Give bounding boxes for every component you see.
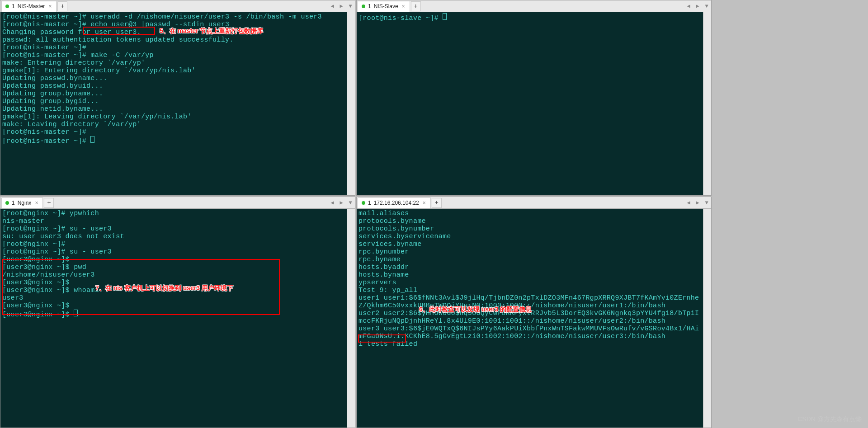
tab-index: 1	[12, 3, 15, 9]
tab-nis-master[interactable]: 1 NIS-Master ×	[1, 1, 57, 12]
tab-index: 1	[368, 3, 371, 9]
pane-nis-slave: 1 NIS-Slave × + ◀ ▶ ▼ [root@nis-slave ~]…	[356, 0, 712, 196]
add-tab-button[interactable]: +	[57, 1, 67, 11]
scrollbar[interactable]	[347, 12, 355, 195]
dropdown-icon[interactable]: ▼	[346, 200, 355, 206]
next-tab-icon[interactable]: ▶	[693, 199, 702, 206]
tab-nginx[interactable]: 1 Nginx ×	[1, 198, 43, 208]
add-tab-button[interactable]: +	[432, 198, 442, 208]
scrollbar[interactable]	[347, 209, 355, 428]
scrollbar[interactable]	[703, 12, 711, 195]
terminal-output[interactable]: [root@nis-slave ~]#	[357, 12, 703, 195]
pane-nginx: 1 Nginx × + ◀ ▶ ▼ [root@nginx ~]# ypwhic…	[0, 197, 355, 428]
prev-tab-icon[interactable]: ◀	[684, 3, 693, 9]
tab-nis-slave[interactable]: 1 NIS-Slave ×	[358, 1, 410, 12]
tabbar: 1 NIS-Slave × + ◀ ▶ ▼	[357, 0, 711, 12]
prev-tab-icon[interactable]: ◀	[328, 199, 337, 206]
pane-nis-master: 1 NIS-Master × + ◀ ▶ ▼ [root@nis-master …	[0, 0, 355, 196]
terminal-output[interactable]: mail.aliasesprotocols.bynameprotocols.by…	[357, 209, 703, 428]
tab-title: 172.16.206.104:22	[374, 200, 419, 206]
scrollbar[interactable]	[703, 209, 711, 428]
pane-ip: 1 172.16.206.104:22 × + ◀ ▶ ▼ mail.alias…	[356, 197, 712, 428]
status-dot-icon	[362, 201, 365, 205]
watermark: CSDN @方先森有点懒	[797, 415, 862, 423]
tabbar: 1 Nginx × + ◀ ▶ ▼	[0, 197, 355, 209]
tab-index: 1	[368, 200, 371, 206]
status-dot-icon	[5, 201, 9, 205]
status-dot-icon	[5, 5, 9, 8]
dropdown-icon[interactable]: ▼	[346, 3, 355, 9]
dropdown-icon[interactable]: ▼	[702, 200, 711, 206]
tab-title: Nginx	[18, 200, 32, 206]
close-icon[interactable]: ×	[401, 3, 406, 9]
tab-title: NIS-Slave	[374, 3, 398, 9]
tabbar: 1 172.16.206.104:22 × + ◀ ▶ ▼	[357, 197, 711, 209]
close-icon[interactable]: ×	[34, 200, 39, 206]
tab-ip[interactable]: 1 172.16.206.104:22 ×	[358, 198, 431, 208]
terminal-output[interactable]: [root@nis-master ~]# useradd -d /nishome…	[0, 12, 347, 195]
next-tab-icon[interactable]: ▶	[337, 199, 346, 206]
close-icon[interactable]: ×	[47, 3, 52, 9]
prev-tab-icon[interactable]: ◀	[684, 199, 693, 206]
terminal-output[interactable]: [root@nginx ~]# ypwhichnis-master[root@n…	[0, 209, 347, 428]
status-dot-icon	[362, 5, 365, 8]
tab-title: NIS-Master	[18, 3, 45, 9]
split-grid: 1 NIS-Master × + ◀ ▶ ▼ [root@nis-master …	[0, 0, 868, 428]
prev-tab-icon[interactable]: ◀	[328, 3, 337, 9]
dropdown-icon[interactable]: ▼	[702, 3, 711, 9]
next-tab-icon[interactable]: ▶	[693, 3, 702, 9]
tab-index: 1	[12, 200, 15, 206]
add-tab-button[interactable]: +	[44, 198, 54, 208]
next-tab-icon[interactable]: ▶	[337, 3, 346, 9]
tabbar: 1 NIS-Master × + ◀ ▶ ▼	[0, 0, 355, 12]
add-tab-button[interactable]: +	[411, 1, 421, 11]
close-icon[interactable]: ×	[422, 200, 427, 206]
